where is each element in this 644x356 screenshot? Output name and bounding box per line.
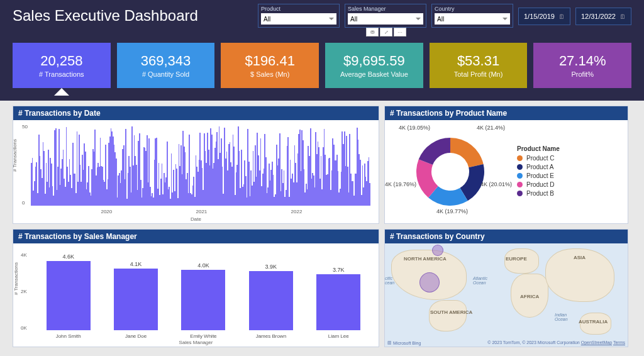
legend-swatch-icon	[517, 164, 523, 170]
bar-column[interactable]: 3.9KJames Brown	[243, 264, 299, 330]
filter-country-select[interactable]: All	[435, 13, 510, 25]
chart-grid: # Transactions by Date # Transactions 50…	[0, 101, 644, 353]
legend-item[interactable]: Product C	[517, 155, 560, 162]
legend-label: Product C	[526, 155, 554, 162]
kpi-profit-value: $53.31	[457, 53, 499, 69]
legend-item[interactable]: Product D	[517, 181, 560, 188]
legend-swatch-icon	[517, 155, 523, 161]
bar-chart: 4.6KJohn Smith4.1KJane Doe4.0KEmily Whit…	[35, 250, 372, 330]
bar-y-tick-2k: 2K	[21, 289, 27, 294]
kpi-transactions[interactable]: 20,258 # Transactions	[13, 43, 111, 88]
bar-column[interactable]: 3.7KLiam Lee	[310, 267, 367, 330]
card-transactions-by-country: # Transactions by Country NORTH AMERICA …	[384, 229, 628, 347]
donut-slice[interactable]	[419, 138, 450, 165]
kpi-sales-value: $196.41	[245, 53, 295, 69]
date-start-value: 1/15/2019	[524, 13, 555, 20]
map-body-wrap[interactable]: NORTH AMERICA EUROPE ASIA AFRICA SOUTH A…	[385, 243, 628, 347]
bar-value-label: 4.6K	[62, 253, 74, 260]
bar-x-axis-label: Sales Manager	[179, 340, 213, 345]
more-options-icon[interactable]: ⋯	[394, 28, 406, 36]
bar-category-label: James Brown	[256, 333, 286, 339]
x-tick-2021: 2021	[196, 209, 208, 214]
map-label-na: NORTH AMERICA	[404, 256, 447, 262]
map-attrib-osm-link[interactable]: OpenStreetMap	[581, 340, 612, 345]
line-chart-series	[31, 123, 371, 206]
linechart-body[interactable]: # Transactions 50 0 2020 2021 2022 Date	[13, 120, 379, 223]
visual-toolbar: ⛃ ⤢ ⋯	[366, 28, 406, 36]
kpi-quantity-label: # Quantity Sold	[142, 70, 189, 78]
card-header-transactions-by-product: # Transactions by Product Name	[385, 106, 628, 120]
bar-value-label: 4.0K	[197, 262, 209, 269]
legend-item[interactable]: Product E	[517, 172, 560, 179]
kpi-sales-label: $ Sales (Mn)	[250, 70, 289, 78]
bar	[249, 271, 293, 330]
bar	[316, 274, 360, 330]
card-header-transactions-by-manager: # Transactions by Sales Manager	[13, 230, 379, 243]
barchart-body[interactable]: # Transactions 4K 2K 0K 4.6KJohn Smith4.…	[13, 243, 379, 347]
map-label-asia: ASIA	[574, 255, 586, 260]
map-label-sa: SOUTH AMERICA	[430, 309, 472, 315]
kpi-quantity[interactable]: 369,343 # Quantity Sold	[117, 43, 215, 88]
line-chart	[31, 123, 371, 206]
card-transactions-by-product: # Transactions by Product Name 4K (19.05…	[384, 106, 628, 224]
bar	[114, 269, 158, 330]
filter-product-select[interactable]: All	[261, 13, 336, 25]
legend-item[interactable]: Product A	[517, 164, 560, 170]
kpi-sales[interactable]: $196.41 $ Sales (Mn)	[221, 43, 319, 88]
bar-value-label: 3.7K	[333, 267, 345, 273]
y-axis-label: # Transactions	[13, 139, 18, 172]
filter-country: Country All	[431, 4, 513, 28]
kpi-selected-pointer-icon	[54, 88, 69, 96]
map-attrib-terms-link[interactable]: Terms	[613, 340, 625, 345]
filter-country-label: Country	[435, 6, 510, 12]
bar-column[interactable]: 4.1KJane Doe	[108, 261, 164, 330]
filter-sales-manager-label: Sales Manager	[348, 6, 423, 12]
map-attrib-text: © 2023 TomTom, © 2023 Microsoft Corporat…	[487, 340, 579, 345]
legend-label: Product D	[526, 181, 554, 188]
kpi-basket[interactable]: $9,695.59 Average Basket Value	[325, 43, 423, 88]
filter-sales-manager-select[interactable]: All	[348, 13, 423, 25]
bar-y-tick-4k: 4K	[21, 252, 27, 258]
x-tick-2020: 2020	[101, 209, 112, 214]
x-tick-2022: 2022	[291, 209, 303, 214]
calendar-icon: 🗓	[558, 13, 565, 20]
bar-category-label: Liam Lee	[328, 333, 349, 339]
kpi-profit-pct[interactable]: 27.14% Profit%	[533, 43, 631, 88]
legend-label: Product E	[526, 172, 554, 179]
kpi-profit-pct-value: 27.14%	[559, 53, 606, 69]
map-label-africa: AFRICA	[520, 294, 539, 299]
map-label-aus: AUSTRALIA	[579, 319, 608, 325]
bar-column[interactable]: 4.0KEmily White	[175, 262, 231, 330]
kpi-profit-pct-label: Profit%	[571, 70, 593, 78]
date-end[interactable]: 12/31/2022 🗓	[575, 8, 631, 25]
donut-body[interactable]: 4K (19.05%) 4K (21.4%) 4K (20.01%) 4K (1…	[385, 120, 628, 223]
kpi-basket-label: Average Basket Value	[340, 70, 408, 78]
map-bubble[interactable]	[432, 245, 443, 256]
legend-swatch-icon	[517, 182, 523, 187]
kpi-profit[interactable]: $53.31 Total Profit (Mn)	[430, 43, 528, 88]
legend-item[interactable]: Product B	[517, 190, 560, 197]
bar	[47, 261, 91, 330]
page-title: Sales Executive Dashboard	[13, 7, 198, 25]
filter-icon[interactable]: ⛃	[366, 28, 379, 36]
y-tick-50: 50	[22, 124, 28, 130]
map-bubble[interactable]	[419, 272, 440, 292]
donut-chart: 4K (19.05%) 4K (21.4%) 4K (20.01%) 4K (1…	[387, 125, 513, 219]
bing-logo-icon: ▥	[387, 340, 392, 345]
legend-label: Product B	[526, 190, 554, 197]
donut-slice[interactable]	[450, 138, 484, 167]
donut-legend: Product Name Product CProduct AProduct E…	[517, 145, 560, 199]
filter-product-label: Product	[261, 6, 336, 12]
date-start[interactable]: 1/15/2019 🗓	[518, 8, 570, 25]
donut-svg	[413, 134, 488, 209]
bar-category-label: Emily White	[190, 333, 216, 339]
chevron-down-icon	[416, 18, 421, 20]
filter-bar: Product All Sales Manager All Country Al…	[258, 4, 631, 28]
bar-column[interactable]: 4.6KJohn Smith	[40, 253, 97, 330]
filter-product-value: All	[264, 16, 270, 23]
focus-mode-icon[interactable]: ⤢	[380, 28, 392, 36]
world-map[interactable]: NORTH AMERICA EUROPE ASIA AFRICA SOUTH A…	[385, 243, 628, 347]
legend-title: Product Name	[517, 145, 560, 152]
donut-label-e: 4K (19.77%)	[436, 208, 468, 214]
filter-product: Product All	[258, 4, 340, 28]
